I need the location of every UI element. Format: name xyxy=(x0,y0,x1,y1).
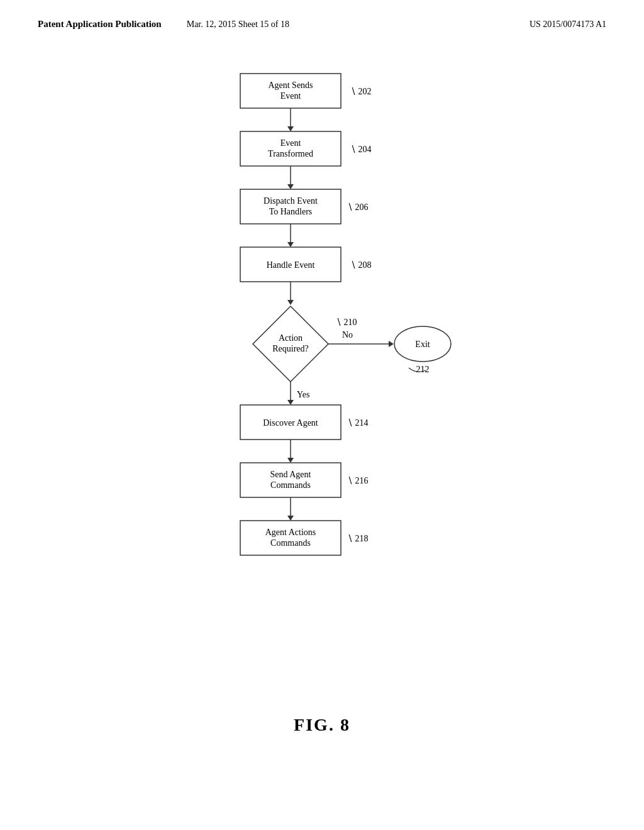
svg-marker-9 xyxy=(287,400,294,405)
figure-label: FIG. 8 xyxy=(294,715,350,735)
node-212-label: Exit xyxy=(415,340,430,349)
ref-206: ∖ 206 xyxy=(347,202,369,212)
ref-210: ∖ 210 xyxy=(336,318,357,327)
svg-text:Required?: Required? xyxy=(272,344,309,353)
svg-text:Transformed: Transformed xyxy=(268,149,313,158)
diagram-container: Agent Sends Event ∖ 202 Event Transforme… xyxy=(0,36,644,735)
svg-text:Commands: Commands xyxy=(270,480,311,490)
node-210-label: Action xyxy=(279,333,303,343)
ref-212: 212 xyxy=(416,365,430,374)
node-202-label: Agent Sends xyxy=(268,80,313,90)
ref-208: ∖ 208 xyxy=(350,260,372,270)
node-208-label: Handle Event xyxy=(267,260,315,270)
svg-marker-8 xyxy=(389,341,394,347)
svg-marker-3 xyxy=(287,184,294,189)
node-204-label: Event xyxy=(280,138,301,148)
node-218-label: Agent Actions xyxy=(265,528,316,537)
ref-202: ∖ 202 xyxy=(350,87,372,96)
yes-label: Yes xyxy=(297,390,309,399)
svg-marker-5 xyxy=(287,242,294,247)
header-publication-type: Patent Application Publication xyxy=(38,19,162,30)
page-header: Patent Application Publication Mar. 12, … xyxy=(0,0,644,36)
flowchart-svg: Agent Sends Event ∖ 202 Event Transforme… xyxy=(127,61,517,690)
header-patent-number: US 2015/0074173 A1 xyxy=(530,19,606,30)
ref-216: ∖ 216 xyxy=(347,476,369,485)
ref-214: ∖ 214 xyxy=(347,418,369,428)
ref-204: ∖ 204 xyxy=(350,145,372,154)
svg-text:Event: Event xyxy=(280,91,301,101)
svg-text:To Handlers: To Handlers xyxy=(269,207,313,216)
header-date-sheet: Mar. 12, 2015 Sheet 15 of 18 xyxy=(187,19,289,30)
svg-text:Commands: Commands xyxy=(270,538,311,548)
svg-marker-6 xyxy=(287,300,294,305)
ref-218: ∖ 218 xyxy=(347,534,369,543)
svg-marker-12 xyxy=(287,516,294,521)
no-label: No xyxy=(342,330,353,340)
node-206-label: Dispatch Event xyxy=(264,196,318,206)
node-216-label: Send Agent xyxy=(270,470,311,479)
svg-marker-1 xyxy=(287,126,294,131)
node-214-label: Discover Agent xyxy=(263,418,318,428)
svg-marker-10 xyxy=(287,458,294,463)
